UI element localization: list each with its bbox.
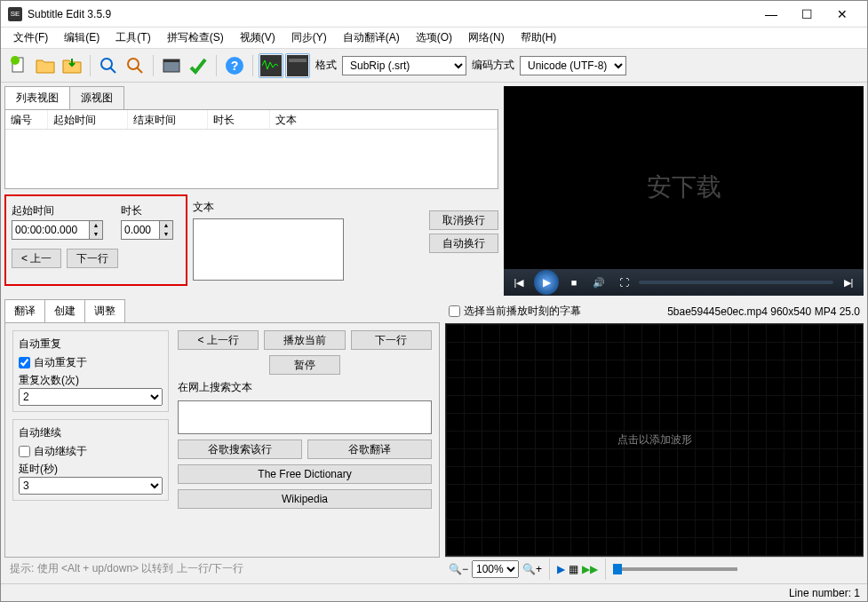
new-file-icon[interactable]: [6, 53, 31, 78]
duration-down[interactable]: ▼: [160, 230, 172, 239]
search-web-label: 在网上搜索文本: [178, 380, 432, 395]
next-line-button[interactable]: 下一行: [67, 249, 118, 268]
spellcheck-icon[interactable]: [186, 53, 211, 78]
help-icon[interactable]: ?: [222, 53, 247, 78]
subtitle-list[interactable]: 编号 起始时间 结束时间 时长 文本: [4, 109, 498, 189]
menu-spellcheck[interactable]: 拼写检查(S): [160, 28, 231, 48]
menu-help[interactable]: 帮助(H): [514, 28, 564, 48]
tab-source-view[interactable]: 源视图: [69, 86, 124, 109]
tab-list-view[interactable]: 列表视图: [4, 86, 70, 109]
waveform-placeholder: 点击以添加波形: [617, 432, 692, 448]
delay-select[interactable]: 3: [19, 477, 163, 495]
svg-line-3: [110, 67, 115, 73]
visual-sync-icon[interactable]: [159, 53, 184, 78]
trans-prev-button[interactable]: < 上一行: [178, 330, 259, 350]
svg-point-1: [11, 56, 20, 65]
wave-loop-icon[interactable]: ▦: [569, 563, 578, 575]
zoom-in-icon[interactable]: 🔍+: [522, 563, 542, 575]
maximize-button[interactable]: ☐: [789, 2, 824, 27]
svg-rect-12: [289, 59, 307, 62]
waveform-area[interactable]: 点击以添加波形: [445, 323, 864, 557]
app-window: SE Subtitle Edit 3.5.9 — ☐ ✕ 文件(F) 编辑(E)…: [0, 0, 868, 602]
time-edit-group: 起始时间 ▲▼ 时长 ▲▼: [4, 194, 187, 286]
close-button[interactable]: ✕: [824, 2, 860, 27]
open-file-icon[interactable]: [33, 53, 58, 78]
duration-up[interactable]: ▲: [160, 221, 172, 230]
menubar: 文件(F) 编辑(E) 工具(T) 拼写检查(S) 视频(V) 同步(Y) 自动…: [1, 28, 867, 49]
search-web-input[interactable]: [178, 400, 432, 434]
minimize-button[interactable]: —: [753, 2, 789, 27]
subtitle-text-input[interactable]: [193, 218, 344, 281]
format-label: 格式: [315, 58, 337, 73]
repeat-count-select[interactable]: 2: [19, 388, 163, 406]
menu-file[interactable]: 文件(F): [6, 28, 55, 48]
wave-ff-icon[interactable]: ▶▶: [582, 563, 598, 575]
find-icon[interactable]: [96, 53, 121, 78]
svg-text:?: ?: [231, 59, 239, 73]
col-start[interactable]: 起始时间: [48, 110, 128, 129]
autobreak-button[interactable]: 自动换行: [429, 234, 498, 253]
replace-icon[interactable]: [123, 53, 147, 78]
zoom-out-icon[interactable]: 🔍−: [449, 563, 468, 575]
video-controls: |◀ ▶ ■ 🔊 ⛶ ▶|: [504, 269, 864, 296]
col-end[interactable]: 结束时间: [128, 110, 208, 129]
wave-position-slider[interactable]: [613, 567, 737, 571]
waveform-icon[interactable]: [259, 53, 283, 78]
view-tabs: 列表视图 源视图: [4, 86, 498, 109]
repeat-count-label: 重复次数(次): [19, 373, 163, 388]
duration-input[interactable]: [121, 220, 160, 240]
video-panel-icon[interactable]: [285, 53, 310, 78]
select-current-label: 选择当前播放时刻的字幕: [464, 304, 581, 319]
col-text[interactable]: 文本: [270, 110, 498, 129]
svg-rect-11: [287, 55, 308, 76]
menu-video[interactable]: 视频(V): [233, 28, 283, 48]
video-stop-icon[interactable]: ■: [564, 273, 584, 292]
menu-autotranslate[interactable]: 自动翻译(A): [336, 28, 407, 48]
auto-continue-group: 自动继续 自动继续于 延时(秒) 3: [12, 419, 169, 501]
prev-line-button[interactable]: < 上一: [12, 249, 61, 268]
auto-continue-label: 自动继续于: [34, 444, 87, 459]
video-seek-slider[interactable]: [639, 281, 833, 284]
format-select[interactable]: SubRip (.srt): [342, 56, 466, 75]
google-search-button[interactable]: 谷歌搜索该行: [178, 440, 302, 459]
menu-network[interactable]: 网络(N): [461, 28, 512, 48]
trans-next-button[interactable]: 下一行: [351, 330, 432, 350]
free-dictionary-button[interactable]: The Free Dictionary: [178, 464, 432, 484]
tab-create[interactable]: 创建: [44, 299, 85, 322]
menu-options[interactable]: 选项(O): [409, 28, 459, 48]
start-time-up[interactable]: ▲: [90, 221, 102, 230]
col-duration[interactable]: 时长: [208, 110, 270, 129]
save-file-icon[interactable]: [60, 53, 84, 78]
wave-play-icon[interactable]: ▶: [557, 563, 565, 575]
select-current-checkbox[interactable]: [449, 305, 460, 317]
video-volume-icon[interactable]: 🔊: [589, 273, 609, 292]
auto-repeat-checkbox[interactable]: [19, 357, 30, 368]
col-index[interactable]: 编号: [5, 110, 48, 129]
trans-play-button[interactable]: 播放当前: [264, 330, 345, 350]
video-next-icon[interactable]: ▶|: [839, 273, 858, 292]
auto-repeat-group: 自动重复 自动重复于 重复次数(次) 2: [12, 330, 169, 412]
auto-continue-checkbox[interactable]: [19, 446, 30, 457]
zoom-select[interactable]: 100%: [472, 560, 519, 578]
video-file-info: 5bae59445e0ec.mp4 960x540 MP4 25.0: [667, 305, 860, 318]
video-prev-icon[interactable]: |◀: [509, 273, 529, 292]
tab-translate[interactable]: 翻译: [4, 299, 45, 322]
wikipedia-button[interactable]: Wikipedia: [178, 489, 432, 509]
text-label: 文本: [193, 200, 424, 215]
encoding-select[interactable]: Unicode (UTF-8): [520, 56, 626, 75]
auto-repeat-label: 自动重复于: [34, 355, 87, 370]
video-fullscreen-icon[interactable]: ⛶: [614, 273, 633, 292]
trans-pause-button[interactable]: 暂停: [269, 355, 340, 375]
google-translate-button[interactable]: 谷歌翻译: [307, 440, 432, 459]
start-time-down[interactable]: ▼: [90, 230, 102, 239]
auto-continue-legend: 自动继续: [19, 425, 163, 440]
menu-tools[interactable]: 工具(T): [108, 28, 157, 48]
video-play-icon[interactable]: ▶: [534, 270, 559, 295]
menu-sync[interactable]: 同步(Y): [284, 28, 334, 48]
menu-edit[interactable]: 编辑(E): [57, 28, 107, 48]
tab-adjust[interactable]: 调整: [84, 299, 125, 322]
unbreak-button[interactable]: 取消换行: [429, 210, 498, 230]
status-bar: Line number: 1: [1, 583, 867, 601]
video-player[interactable]: 安下载 |◀ ▶ ■ 🔊 ⛶ ▶|: [504, 86, 864, 296]
start-time-input[interactable]: [12, 220, 90, 240]
